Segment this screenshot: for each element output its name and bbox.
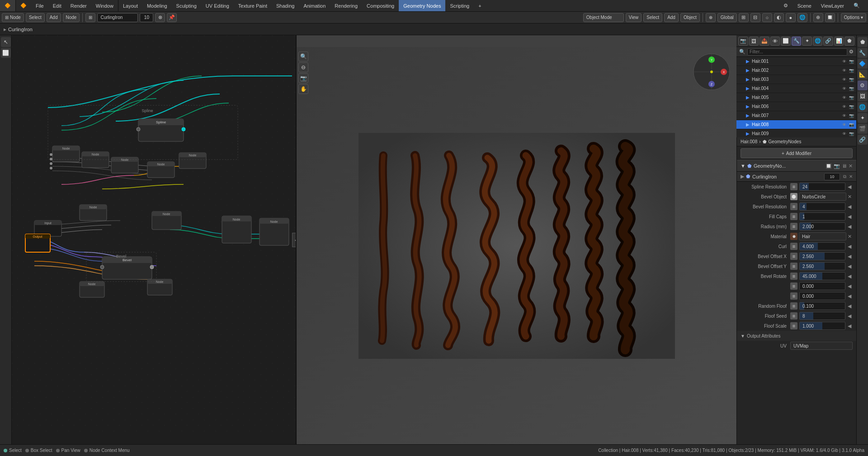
props-modifier-btn[interactable]: 🔧	[792, 37, 802, 46]
outliner-item-hair005[interactable]: ▶ Hair.005 👁 📷	[736, 93, 856, 102]
extra-icon-2[interactable]: ≡	[790, 292, 797, 300]
hair001-eye[interactable]: 👁	[841, 58, 847, 65]
bevel-offset-x-icon[interactable]: ≡	[790, 253, 797, 260]
vp-overlay-btn[interactable]: ⊞	[739, 13, 749, 22]
radius-icon[interactable]: ≡	[790, 223, 797, 230]
props-object-btn[interactable]: ⬜	[781, 37, 791, 46]
floof-scale-field[interactable]: 1.000	[799, 322, 845, 330]
bevel-offset-y-reset[interactable]: ◀	[846, 263, 853, 269]
props-render-btn[interactable]: 🖼	[749, 37, 759, 46]
outliner-item-hair003[interactable]: ▶ Hair.003 👁 📷	[736, 75, 856, 84]
right-icon-5[interactable]: ⚙	[858, 80, 868, 90]
extra-field-1[interactable]: 0.000	[799, 282, 845, 290]
viewport-nav-widget[interactable]: X Y Z	[691, 52, 732, 93]
menu-scene[interactable]: Scene	[794, 3, 815, 9]
right-icon-8[interactable]: ✦	[858, 113, 868, 123]
bevel-rotate-reset[interactable]: ◀	[846, 273, 853, 279]
extra-icon-1[interactable]: ≡	[790, 282, 797, 290]
floof-seed-field[interactable]: 8	[799, 312, 845, 320]
workspace-add[interactable]: +	[474, 0, 486, 11]
menu-engine[interactable]: ⚙	[780, 3, 792, 9]
curl-icon[interactable]: ≡	[790, 243, 797, 250]
unlink-btn[interactable]: ⊗	[155, 13, 165, 22]
menu-file[interactable]: 🔶	[16, 0, 31, 11]
modifier-icon-1[interactable]: 🔲	[826, 163, 832, 169]
radius-reset[interactable]: ◀	[846, 223, 853, 230]
outliner-item-hair009[interactable]: ▶ Hair.009 👁 📷	[736, 129, 856, 137]
hair006-camera[interactable]: 📷	[848, 103, 854, 110]
bevel-resolution-field[interactable]: 4	[799, 202, 845, 211]
datablock-icon-btn[interactable]: ⊞	[85, 13, 95, 22]
hair004-eye[interactable]: 👁	[841, 85, 847, 92]
vp-object-mode-btn[interactable]: Object Mode	[583, 13, 624, 22]
blender-logo[interactable]: 🔶	[0, 0, 15, 11]
props-physics-btn[interactable]: 🌐	[813, 37, 823, 46]
fill-caps-reset[interactable]: ◀	[846, 213, 853, 220]
hair009-eye[interactable]: 👁	[841, 131, 847, 137]
hair008-camera[interactable]: 📷	[848, 122, 854, 128]
submod-copy-icon[interactable]: ⧉	[843, 174, 846, 179]
workspace-sculpting[interactable]: Sculpting	[172, 0, 201, 11]
material-clear[interactable]: ✕	[846, 233, 853, 240]
workspace-scripting[interactable]: Scripting	[445, 0, 474, 11]
workspace-shading[interactable]: Shading	[272, 0, 299, 11]
bevel-resolution-icon[interactable]: ≡	[790, 203, 797, 210]
outliner-item-hair004[interactable]: ▶ Hair.004 👁 📷	[736, 84, 856, 93]
vp-snap-btn[interactable]: 🔲	[825, 13, 835, 22]
extra-reset-1[interactable]: ◀	[846, 283, 853, 289]
menu-search[interactable]: 🔍	[850, 3, 863, 9]
vp-zoom-in[interactable]: 🔍	[298, 52, 308, 61]
right-icon-9[interactable]: 🎬	[858, 124, 868, 134]
tool-select[interactable]: ↖	[1, 37, 11, 47]
outliner-item-hair002[interactable]: ▶ Hair.002 👁 📷	[736, 66, 856, 75]
workspace-geometry-nodes[interactable]: Geometry Nodes	[399, 0, 445, 11]
curl-field[interactable]: 4.000	[799, 242, 845, 250]
hair006-eye[interactable]: 👁	[841, 103, 847, 110]
floof-seed-icon[interactable]: ≡	[790, 312, 797, 320]
hair003-camera[interactable]: 📷	[848, 76, 854, 83]
menu-render[interactable]: Edit	[48, 0, 66, 11]
props-particles-btn[interactable]: ✦	[802, 37, 812, 46]
modifier-icon-3[interactable]: 🖥	[842, 163, 847, 169]
right-icon-3[interactable]: 🔷	[858, 59, 868, 69]
node-editor-select-btn[interactable]: Select	[26, 13, 45, 22]
floof-seed-reset[interactable]: ◀	[846, 313, 853, 319]
vp-options-btn[interactable]: Options ▾	[841, 13, 866, 22]
fill-caps-icon[interactable]: ≡	[790, 213, 797, 220]
right-icon-4[interactable]: 📐	[858, 70, 868, 80]
vp-camera[interactable]: 📷	[298, 73, 308, 83]
vp-hand[interactable]: ✋	[298, 84, 308, 94]
vp-shading-3[interactable]: ●	[786, 13, 796, 22]
hair008-eye[interactable]: 👁	[841, 122, 847, 128]
spline-resolution-field[interactable]: 24	[799, 183, 845, 191]
hair005-camera[interactable]: 📷	[848, 94, 854, 101]
vp-select-btn[interactable]: Select	[643, 13, 662, 22]
bevel-rotate-field[interactable]: 45.000	[799, 272, 845, 280]
outliner-item-hair001[interactable]: ▶ Hair.001 👁 📷	[736, 57, 856, 66]
vp-view-btn[interactable]: View	[626, 13, 642, 22]
tool-box-select[interactable]: ⬜	[1, 48, 11, 58]
hair007-eye[interactable]: 👁	[841, 113, 847, 119]
hair003-eye[interactable]: 👁	[841, 76, 847, 83]
floof-scale-reset[interactable]: ◀	[846, 323, 853, 329]
menu-edit[interactable]: File	[31, 0, 48, 11]
datablock-name-input[interactable]: CurlingIron	[97, 13, 138, 22]
hair007-camera[interactable]: 📷	[848, 113, 854, 119]
vp-transform-btn[interactable]: ⊕	[706, 13, 716, 22]
right-icon-7[interactable]: 🌐	[858, 102, 868, 112]
modifier-close[interactable]: ✕	[849, 163, 853, 169]
props-view-btn[interactable]: 👁	[770, 37, 780, 46]
extra-field-2[interactable]: 0.000	[799, 292, 845, 300]
status-context-menu[interactable]: Node Context Menu	[84, 448, 130, 453]
floof-scale-icon[interactable]: ≡	[790, 322, 797, 329]
status-pan[interactable]: Pan View	[56, 448, 80, 453]
props-data-btn[interactable]: 📊	[834, 37, 844, 46]
vp-shading-4[interactable]: 🌐	[797, 13, 807, 22]
outliner-item-hair007[interactable]: ▶ Hair.007 👁 📷	[736, 111, 856, 120]
datablock-number[interactable]: 10	[140, 13, 153, 22]
props-material-btn[interactable]: ⬟	[844, 37, 854, 46]
viewport-panel[interactable]: X Y Z 🔍 ⊖ 📷 ✋	[297, 35, 736, 444]
node-editor-view-btn[interactable]: ⊞ Node	[2, 13, 24, 22]
submod-number[interactable]: 10	[824, 173, 840, 180]
bevel-object-clear[interactable]: ✕	[846, 193, 853, 200]
